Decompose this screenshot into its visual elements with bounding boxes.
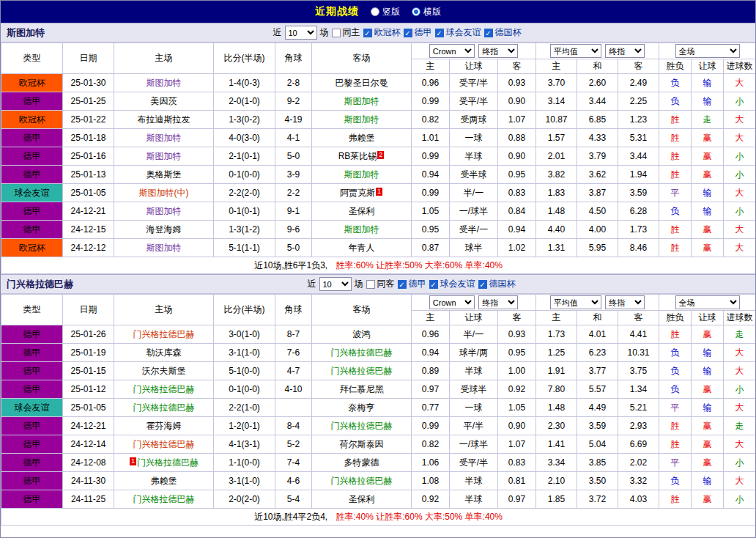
subcol-result-handicap: 让球 (692, 59, 724, 74)
col-header-away: 客场 (312, 43, 412, 74)
home-team: 勒沃库森 (114, 344, 214, 362)
match-row: 德甲25-01-13奥格斯堡0-1(0-0)3-9斯图加特0.94受半球0.95… (1, 166, 756, 184)
summary-rates: 胜率:40% 让胜率:60% 大率:50% 单率:40% (336, 512, 503, 522)
avg-home-odds: 2.01 (536, 147, 577, 166)
league-checkbox-pokal[interactable]: ✓ 德国杯 (484, 26, 522, 39)
league-checkbox-bundesliga[interactable]: ✓ 德甲 (404, 26, 432, 39)
result-handicap: 赢 (692, 417, 724, 435)
col-header-away: 客场 (312, 295, 412, 325)
league-type-badge: 德甲 (1, 435, 63, 454)
league-checkbox-friendly[interactable]: ✓ 球会友谊 (429, 278, 475, 290)
avg-home-odds: 1.85 (536, 490, 577, 509)
average-select[interactable]: 平均值 (550, 44, 601, 58)
league-type-badge: 德甲 (1, 380, 63, 399)
avg-draw-odds: 4.50 (577, 202, 618, 221)
summary-record: 近10场,胜6平1负3, (254, 260, 327, 270)
near-label: 近 (308, 278, 316, 290)
team-section-gladbach: 门兴格拉德巴赫 近 10 场 同客 ✓ 德甲 ✓ 球会友谊 ✓ (1, 274, 755, 526)
fulltime-select[interactable]: 全场 (675, 295, 740, 309)
fulltime-select[interactable]: 全场 (675, 44, 740, 58)
average-select[interactable]: 平均值 (550, 295, 601, 309)
avg-home-odds: 1.83 (536, 184, 577, 202)
handicap-away-water: 0.93 (498, 74, 536, 92)
card-badge: 1 (130, 457, 136, 465)
odds-final-select[interactable]: 终指 (478, 295, 518, 309)
avg-away-odds: 1.23 (618, 111, 659, 129)
avg-draw-odds: 3.59 (577, 417, 618, 435)
league-checkbox-ucl[interactable]: ✓ 欧冠杯 (363, 26, 401, 39)
games-count-select[interactable]: 10 (285, 26, 317, 40)
subcol-avg-draw: 和 (577, 59, 618, 74)
result-goals: 大 (724, 472, 756, 490)
handicap-home-water: 0.77 (412, 399, 450, 417)
checkbox-checked-icon: ✓ (484, 29, 493, 37)
match-date: 25-01-30 (63, 74, 114, 92)
subcol-result-goals: 进球数 (724, 311, 756, 325)
match-row: 欧冠杯25-01-22布拉迪斯拉发1-3(0-2)4-19斯图加特0.82受两球… (1, 111, 756, 129)
league-checkbox-friendly[interactable]: ✓ 球会友谊 (435, 26, 481, 39)
col-header-score: 比分(半场) (214, 43, 275, 74)
result-goals: 小 (724, 166, 756, 184)
checkbox-checked-icon: ✓ (363, 29, 372, 37)
layout-radio-horizontal[interactable]: 横版 (412, 6, 441, 18)
handicap-home-water: 0.87 (412, 239, 450, 257)
corners: 4-1 (275, 129, 312, 147)
result-goals: 小 (724, 454, 756, 472)
result-handicap: 赢 (692, 221, 724, 239)
match-row: 德甲24-11-25门兴格拉德巴赫2-0(2-0)5-4圣保利0.92半球0.9… (1, 490, 756, 509)
avg-away-odds: 4.03 (618, 490, 659, 509)
same-venue-checkbox[interactable]: 同客 (366, 278, 395, 290)
layout-radio-vertical[interactable]: 竖版 (371, 6, 400, 18)
radio-checked-icon[interactable] (412, 7, 420, 16)
home-team: 奥格斯堡 (114, 166, 214, 184)
checkbox-checked-icon: ✓ (429, 280, 438, 289)
avg-draw-odds: 4.33 (577, 129, 618, 147)
avg-draw-odds: 4.01 (577, 325, 618, 344)
odds-company-select[interactable]: Crown (429, 295, 475, 309)
league-type-badge: 德甲 (1, 129, 63, 147)
corners: 5-4 (275, 490, 312, 509)
league-type-badge: 球会友谊 (1, 399, 63, 417)
league-checkbox-bundesliga[interactable]: ✓ 德甲 (398, 278, 426, 290)
result-handicap: 输 (692, 344, 724, 362)
same-venue-checkbox[interactable]: 同主 (332, 26, 360, 39)
near-label: 近 (273, 26, 282, 39)
handicap-line: 平/半 (450, 417, 498, 435)
result-handicap: 赢 (692, 325, 724, 344)
league-type-badge: 德甲 (1, 325, 63, 344)
handicap-line: 受平/半 (450, 74, 498, 92)
radio-unchecked-icon[interactable] (371, 7, 379, 16)
league-checkbox-pokal[interactable]: ✓ 德国杯 (478, 278, 516, 290)
handicap-line: 球半 (450, 239, 498, 257)
match-date: 25-01-18 (63, 129, 114, 147)
home-team: 布拉迪斯拉发 (114, 111, 214, 129)
away-team: 圣保利 (312, 490, 412, 509)
score: 1-4(0-3) (214, 74, 275, 92)
average-final-select[interactable]: 终指 (605, 295, 645, 309)
summary-rates: 胜率:60% 让胜率:50% 大率:60% 单率:40% (336, 260, 503, 270)
away-team: 弗赖堡 (312, 129, 412, 147)
avg-away-odds: 2.93 (618, 417, 659, 435)
radio-horizontal-label: 横版 (423, 6, 441, 18)
league-type-badge: 德甲 (1, 221, 63, 239)
result-handicap: 赢 (692, 454, 724, 472)
col-header-date: 日期 (63, 43, 114, 74)
col-header-date: 日期 (63, 295, 114, 325)
avg-draw-odds: 5.95 (577, 239, 618, 257)
games-count-select[interactable]: 10 (319, 277, 352, 291)
subcol-avg-home: 主 (536, 59, 577, 74)
away-team: 奈梅亨 (312, 399, 412, 417)
filter-bar: 近 10 场 同客 ✓ 德甲 ✓ 球会友谊 ✓ 德国杯 (308, 277, 516, 291)
match-row: 德甲25-01-25美因茨2-0(1-0)9-2斯图加特0.99受平/半0.90… (1, 92, 756, 111)
league-type-badge: 德甲 (1, 362, 63, 380)
average-final-select[interactable]: 终指 (605, 44, 645, 58)
avg-home-odds: 4.40 (536, 221, 577, 239)
result-handicap: 输 (692, 362, 724, 380)
score: 5-1(1-1) (214, 239, 275, 257)
section-header-bar: 斯图加特 近 10 场 同主 ✓ 欧冠杯 ✓ 德甲 ✓ (1, 23, 755, 43)
corners: 3-9 (275, 166, 312, 184)
match-row: 德甲25-01-12门兴格拉德巴赫0-1(0-0)4-10拜仁慕尼黑0.97受球… (1, 380, 756, 399)
away-team: 斯图加特 (312, 111, 412, 129)
odds-company-select[interactable]: Crown (429, 44, 475, 58)
odds-final-select[interactable]: 终指 (478, 44, 518, 58)
